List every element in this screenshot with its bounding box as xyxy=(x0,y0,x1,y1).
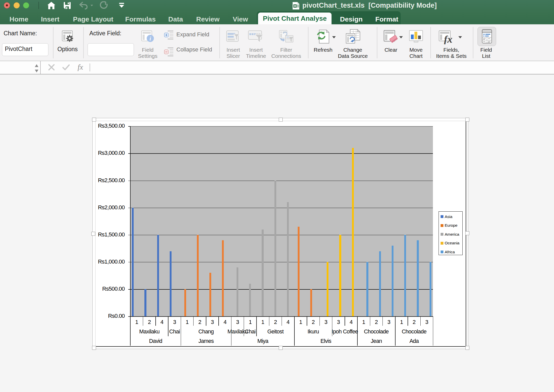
svg-text:i: i xyxy=(150,35,151,42)
svg-text:fx: fx xyxy=(444,34,452,44)
